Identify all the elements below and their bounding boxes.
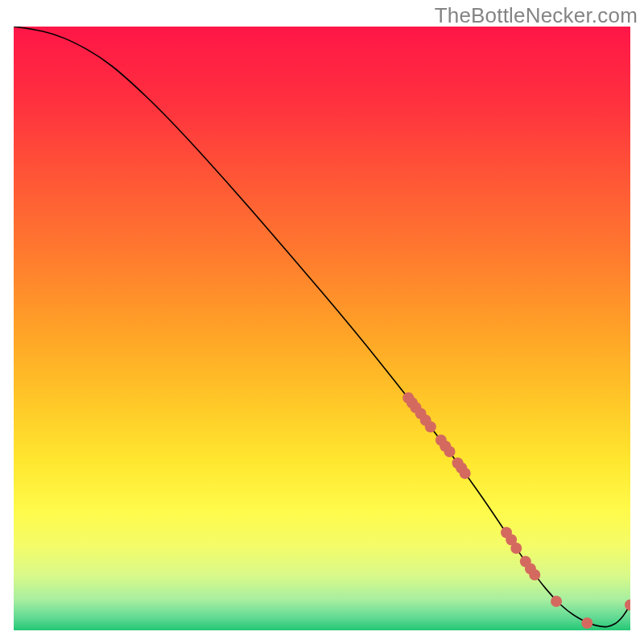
watermark-label: TheBottleNecker.com (435, 3, 638, 28)
markers-group (402, 392, 630, 629)
data-point (510, 543, 522, 554)
curve-path (14, 27, 630, 627)
data-point (625, 600, 630, 611)
chart-line-layer (14, 27, 630, 630)
chart-container: TheBottleNecker.com (0, 0, 644, 644)
data-point (425, 421, 436, 432)
data-point (444, 446, 456, 457)
data-point (551, 596, 562, 607)
plot-area (14, 27, 630, 630)
data-point (581, 617, 592, 629)
data-point (460, 468, 471, 479)
data-point (529, 569, 540, 580)
